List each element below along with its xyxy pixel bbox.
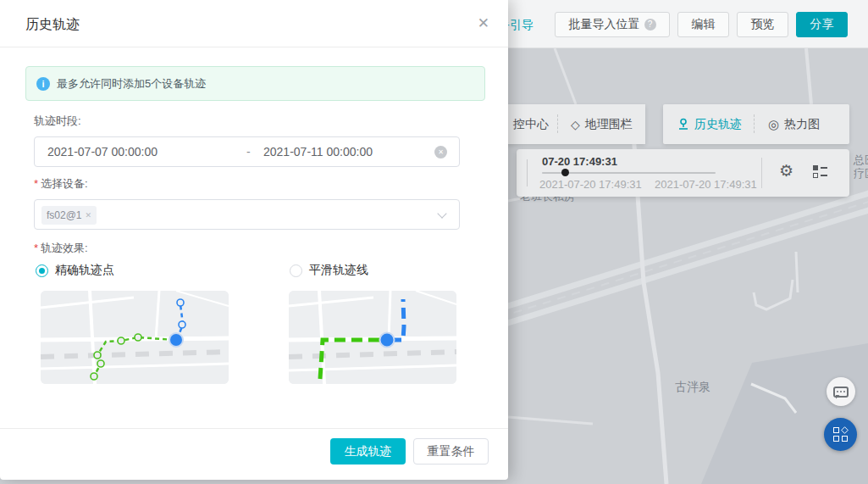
effect-label: *轨迹效果: xyxy=(34,241,88,256)
map-label-spring: 古泮泉 xyxy=(675,380,710,395)
date-separator: - xyxy=(246,145,251,159)
question-icon[interactable]: ? xyxy=(644,19,656,31)
tab-geofence-label: 地理围栏 xyxy=(585,117,633,132)
timeline-divider xyxy=(761,158,762,188)
required-mark: * xyxy=(34,242,38,254)
device-label: *选择设备: xyxy=(34,176,88,192)
edit-label: 编辑 xyxy=(692,17,716,32)
radio-smooth-line[interactable]: 平滑轨迹线 xyxy=(290,263,368,278)
tag-remove-icon[interactable]: ✕ xyxy=(86,211,92,220)
radio-precise-label: 精确轨迹点 xyxy=(55,263,114,278)
period-label: 轨迹时段: xyxy=(34,114,81,129)
generate-track-button[interactable]: 生成轨迹 xyxy=(330,438,406,465)
date-range-input[interactable]: 2021-07-07 00:00:00 - 2021-07-11 00:00:0… xyxy=(34,136,460,167)
share-button[interactable]: 分享 xyxy=(796,12,848,37)
tab-history-label: 历史轨迹 xyxy=(694,117,742,132)
smooth-track-preview xyxy=(289,291,456,384)
footer-divider xyxy=(0,428,508,429)
timeline-panel: 07-20 17:49:31 2021-07-20 17:49:31 2021-… xyxy=(517,149,849,197)
heatmap-icon: ◎ xyxy=(768,117,779,132)
clear-icon[interactable]: ✕ xyxy=(434,146,447,159)
close-icon[interactable]: ✕ xyxy=(478,14,489,32)
dialog-header: 历史轨迹 ✕ xyxy=(0,0,508,47)
map-label-hospital: 总医 疗区 xyxy=(854,153,868,181)
device-label-text: 选择设备: xyxy=(41,177,88,190)
edit-button[interactable]: 编辑 xyxy=(677,12,729,37)
reset-conditions-button[interactable]: 重置条件 xyxy=(413,438,489,465)
track-pin-icon xyxy=(677,118,689,131)
apps-grid-icon xyxy=(833,427,848,442)
radio-smooth-label: 平滑轨迹线 xyxy=(309,263,368,278)
device-tag-label: fs02@1 xyxy=(47,209,82,221)
date-end-value[interactable]: 2021-07-11 00:00:00 xyxy=(263,145,373,159)
timeline-current-time: 07-20 17:49:31 xyxy=(542,155,617,168)
tab-heatmap[interactable]: ◎ 热力图 xyxy=(756,104,832,144)
radio-precise-points[interactable]: 精确轨迹点 xyxy=(36,263,114,278)
preview-label: 预览 xyxy=(751,17,775,32)
map-label-hospital-line1: 总医 xyxy=(854,153,868,167)
timeline-slider-handle[interactable] xyxy=(561,169,569,176)
dialog-title: 历史轨迹 xyxy=(25,16,80,34)
tab-history-track[interactable]: 历史轨迹 xyxy=(666,104,754,144)
chevron-down-icon[interactable] xyxy=(437,209,446,218)
chat-bubble-icon xyxy=(833,387,849,398)
effect-label-text: 轨迹效果: xyxy=(41,242,88,254)
device-select[interactable]: fs02@1 ✕ xyxy=(34,199,460,230)
tab-center-label: 控中心 xyxy=(513,117,549,132)
feedback-button[interactable] xyxy=(827,377,855,406)
batch-import-label: 批量导入位置 xyxy=(569,17,640,32)
tab-geofence[interactable]: ◇ 地理围栏 xyxy=(559,104,644,144)
timeline-range-end: 2021-07-20 17:49:31 xyxy=(655,178,757,191)
gear-icon[interactable]: ⚙ xyxy=(779,162,793,181)
history-track-dialog: 历史轨迹 ✕ i 最多允许同时添加5个设备轨迹 轨迹时段: 2021-07-07… xyxy=(0,0,508,480)
preview-button[interactable]: 预览 xyxy=(737,12,788,37)
radio-selected-icon xyxy=(36,264,48,277)
app-screen: 老班长私房 古泮泉 总医 疗区 手引导 批量导入位置 ? 编辑 预览 分享 控中… xyxy=(0,0,868,484)
timeline-tick xyxy=(527,159,528,186)
device-tag: fs02@1 ✕ xyxy=(41,206,97,225)
timeline-range-start: 2021-07-20 17:49:31 xyxy=(539,178,642,191)
share-label: 分享 xyxy=(810,17,834,32)
map-label-hospital-line2: 疗区 xyxy=(854,167,868,181)
batch-import-button[interactable]: 批量导入位置 ? xyxy=(555,12,670,37)
widgets-button[interactable] xyxy=(824,418,857,451)
info-icon: i xyxy=(36,77,50,91)
track-list-icon[interactable] xyxy=(813,165,828,180)
precise-track-preview xyxy=(41,291,229,384)
radio-unselected-icon xyxy=(290,264,302,277)
tab-heatmap-label: 热力图 xyxy=(784,117,820,132)
tab-group-right: 历史轨迹 ◎ 热力图 xyxy=(663,104,849,144)
alert-text: 最多允许同时添加5个设备轨迹 xyxy=(57,76,206,92)
info-alert: i 最多允许同时添加5个设备轨迹 xyxy=(25,66,485,101)
required-mark: * xyxy=(34,177,38,190)
period-label-text: 轨迹时段: xyxy=(34,114,81,127)
tab-separator xyxy=(557,114,558,133)
tab-center[interactable]: 控中心 xyxy=(501,104,561,144)
geofence-icon: ◇ xyxy=(571,118,580,131)
date-start-value[interactable]: 2021-07-07 00:00:00 xyxy=(47,145,158,159)
tab-separator xyxy=(754,114,755,133)
